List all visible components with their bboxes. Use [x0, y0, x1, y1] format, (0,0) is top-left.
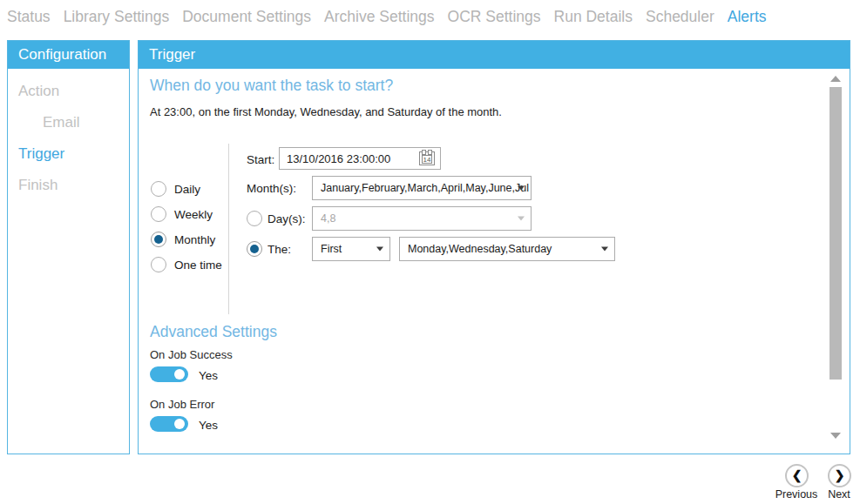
trigger-panel-header: Trigger — [139, 41, 850, 69]
tab-scheduler[interactable]: Scheduler — [646, 3, 714, 30]
sidebar-item-action[interactable]: Action — [8, 76, 129, 107]
configuration-sidebar: Configuration Action Email Trigger Finis… — [7, 40, 130, 454]
tab-ocr-settings[interactable]: OCR Settings — [448, 3, 541, 30]
tab-document-settings[interactable]: Document Settings — [182, 3, 311, 30]
months-label: Month(s): — [247, 182, 296, 195]
chevron-down-icon — [518, 186, 525, 191]
schedule-summary-text: At 23:00, on the first Monday, Wednesday… — [150, 105, 502, 118]
radio-days[interactable] — [247, 211, 262, 226]
radio-weekly-label: Weekly — [174, 208, 213, 221]
radio-the[interactable] — [247, 241, 262, 257]
days-label: Day(s): — [267, 212, 306, 225]
scrollbar-up-arrow-icon[interactable] — [830, 76, 841, 82]
chevron-left-icon: ❮ — [792, 468, 802, 482]
sidebar-items: Action Email Trigger Finish — [8, 69, 129, 201]
toggle-knob — [174, 419, 185, 429]
radio-monthly[interactable] — [151, 232, 166, 247]
tab-alerts[interactable]: Alerts — [728, 3, 767, 30]
tab-library-settings[interactable]: Library Settings — [64, 3, 170, 30]
on-job-error-toggle[interactable] — [150, 416, 188, 432]
ordinal-dropdown[interactable]: First — [312, 237, 390, 261]
advanced-settings-heading: Advanced Settings — [150, 323, 277, 341]
the-label: The: — [267, 243, 291, 256]
months-value: January,February,March,April,May,June,Ju… — [321, 182, 529, 194]
radio-one-time-label: One time — [174, 259, 222, 272]
on-job-success-label: On Job Success — [150, 348, 233, 361]
radio-monthly-label: Monthly — [174, 233, 215, 246]
days-dropdown: 4,8 — [312, 206, 532, 231]
top-tab-bar: Status Library Settings Document Setting… — [7, 3, 767, 30]
sidebar-item-finish[interactable]: Finish — [8, 170, 129, 201]
start-datetime-value: 13/10/2016 23:00:00 — [287, 152, 390, 165]
scheduler-alerts-screen: Status Library Settings Document Setting… — [0, 0, 860, 504]
tab-archive-settings[interactable]: Archive Settings — [324, 3, 434, 30]
tab-run-details[interactable]: Run Details — [554, 3, 633, 30]
scrollbar-down-arrow-icon[interactable] — [830, 433, 841, 439]
radio-one-time[interactable] — [151, 257, 166, 272]
radio-daily[interactable] — [151, 181, 166, 197]
page-title: When do you want the task to start? — [150, 77, 393, 95]
start-datetime-input[interactable]: 13/10/2016 23:00:00 14 — [279, 147, 441, 170]
radio-weekly[interactable] — [151, 206, 166, 222]
tab-status[interactable]: Status — [7, 3, 51, 30]
toggle-knob — [174, 369, 185, 380]
calendar-icon[interactable]: 14 — [419, 151, 435, 165]
sidebar-item-trigger[interactable]: Trigger — [8, 138, 129, 170]
on-job-success-state: Yes — [199, 369, 218, 382]
next-button[interactable]: ❯ — [828, 464, 851, 487]
on-job-error-label: On Job Error — [150, 398, 214, 411]
radio-daily-label: Daily — [174, 183, 200, 196]
chevron-down-icon — [601, 247, 608, 252]
weekdays-dropdown[interactable]: Monday,Wednesday,Saturday — [399, 237, 615, 261]
form-divider — [228, 144, 229, 314]
chevron-down-icon — [518, 217, 525, 221]
start-label: Start: — [247, 153, 274, 166]
on-job-error-state: Yes — [199, 419, 218, 432]
next-button-label: Next — [813, 488, 860, 501]
scrollbar-thumb[interactable] — [830, 87, 842, 380]
weekdays-value: Monday,Wednesday,Saturday — [408, 243, 552, 255]
months-dropdown[interactable]: January,February,March,April,May,June,Ju… — [312, 176, 532, 200]
on-job-success-toggle[interactable] — [150, 366, 188, 382]
sidebar-item-email[interactable]: Email — [8, 107, 129, 138]
sidebar-header: Configuration — [8, 41, 129, 69]
chevron-down-icon — [376, 247, 383, 252]
ordinal-value: First — [321, 243, 342, 255]
previous-button[interactable]: ❮ — [785, 464, 809, 487]
chevron-right-icon: ❯ — [835, 468, 845, 482]
days-value: 4,8 — [321, 212, 335, 225]
